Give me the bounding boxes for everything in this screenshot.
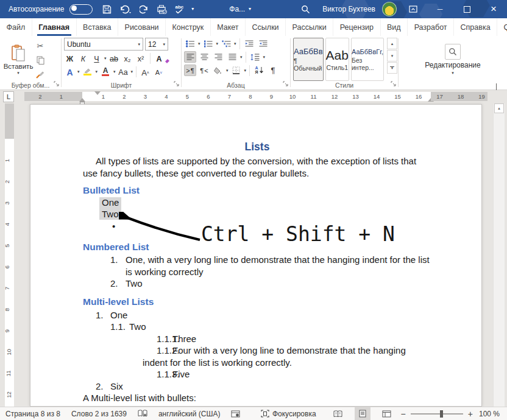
hanging-indent-marker[interactable] bbox=[79, 95, 85, 102]
subscript-button[interactable]: x₂ bbox=[122, 52, 133, 64]
highlight-button[interactable] bbox=[82, 66, 94, 77]
italic-button[interactable]: К bbox=[77, 52, 89, 64]
proofing-errors-button[interactable] bbox=[132, 407, 153, 420]
styles-dialog-launcher[interactable] bbox=[391, 80, 396, 88]
print-layout-button[interactable] bbox=[355, 407, 370, 420]
tab-view[interactable]: Вид bbox=[381, 18, 408, 36]
ruler-number: 10 bbox=[5, 349, 12, 355]
document-page[interactable]: Lists All types of lists are supported b… bbox=[30, 104, 482, 407]
spellcheck-button[interactable]: abc bbox=[175, 5, 183, 13]
sort-button[interactable]: АЯ bbox=[253, 65, 265, 76]
rtl-direction-button[interactable]: ¶< bbox=[198, 65, 210, 76]
find-button[interactable] bbox=[445, 44, 461, 60]
vertical-ruler[interactable]: 123456789101112 bbox=[5, 103, 14, 407]
zoom-slider[interactable] bbox=[411, 413, 463, 415]
zoom-out-button[interactable]: − bbox=[401, 409, 406, 419]
shading-button[interactable] bbox=[212, 65, 224, 76]
zoom-percentage[interactable]: 100 % bbox=[479, 410, 507, 418]
style-card-no-spacing[interactable]: АаБбВвГг, Без интер... bbox=[351, 38, 384, 81]
increase-indent-button[interactable] bbox=[257, 38, 269, 49]
font-dialog-launcher[interactable] bbox=[174, 80, 179, 88]
tab-developer[interactable]: Разработ bbox=[408, 18, 454, 36]
search-button[interactable] bbox=[292, 0, 319, 18]
focus-mode-button[interactable]: Фокусировка bbox=[255, 407, 322, 420]
save-button[interactable] bbox=[102, 5, 112, 14]
clear-formatting-button[interactable]: А bbox=[154, 52, 165, 64]
tab-file[interactable]: Файл bbox=[0, 18, 32, 36]
paste-button[interactable]: Вставить ▾ bbox=[2, 38, 34, 81]
ltr-direction-button[interactable]: >¶ bbox=[184, 65, 196, 76]
multilevel-list-button[interactable] bbox=[220, 38, 232, 49]
font-name-select[interactable]: Ubuntu▾ bbox=[64, 38, 143, 51]
numbering-button[interactable] bbox=[202, 38, 214, 49]
page-indicator[interactable]: Страница 8 из 8 bbox=[0, 407, 66, 420]
tab-mailings[interactable]: Рассылки bbox=[286, 18, 333, 36]
bold-button[interactable]: Ж bbox=[64, 52, 76, 64]
more-commands-icon[interactable]: ▾ bbox=[191, 7, 194, 12]
copy-button[interactable] bbox=[34, 54, 46, 66]
paragraph-dialog-launcher[interactable] bbox=[283, 80, 288, 88]
vertical-scrollbar[interactable]: ▴ bbox=[493, 103, 505, 407]
justify-button[interactable] bbox=[226, 51, 238, 63]
first-line-indent-marker[interactable] bbox=[94, 91, 101, 98]
strikethrough-button[interactable]: ab bbox=[108, 52, 120, 64]
tab-quillbot[interactable]: QuillBot bbox=[497, 18, 507, 36]
decrease-indent-button[interactable] bbox=[243, 38, 255, 49]
align-left-button[interactable] bbox=[184, 51, 196, 63]
user-avatar[interactable] bbox=[379, 0, 400, 18]
format-painter-button[interactable] bbox=[34, 68, 46, 80]
word-count[interactable]: Слово 2 из 1639 bbox=[66, 407, 132, 420]
tab-help[interactable]: Справка bbox=[454, 18, 497, 36]
tab-design[interactable]: Конструк bbox=[166, 18, 211, 36]
macro-record-button[interactable] bbox=[225, 407, 246, 420]
collapse-ribbon-button[interactable] bbox=[496, 84, 501, 87]
document-title[interactable]: Фа... ▾ bbox=[229, 5, 251, 13]
undo-button[interactable] bbox=[119, 5, 132, 14]
underline-options-icon[interactable]: ▾ bbox=[104, 56, 107, 60]
bullets-button[interactable] bbox=[184, 38, 196, 49]
maximize-button[interactable] bbox=[453, 0, 480, 18]
clipboard-dialog-launcher[interactable] bbox=[54, 80, 59, 88]
user-name[interactable]: Виктор Бухтеев bbox=[319, 5, 379, 13]
line-spacing-button[interactable] bbox=[249, 51, 261, 63]
print-button[interactable] bbox=[157, 5, 167, 14]
styles-scroll-down-button[interactable]: ▾ bbox=[387, 50, 397, 61]
borders-button[interactable] bbox=[230, 65, 243, 76]
zoom-slider-thumb[interactable] bbox=[440, 410, 443, 418]
web-layout-button[interactable] bbox=[379, 407, 395, 420]
tab-draw[interactable]: Рисовани bbox=[118, 18, 166, 36]
styles-scroll-up-button[interactable]: ▴ bbox=[387, 38, 397, 49]
minimize-button[interactable]: ─ bbox=[427, 0, 453, 18]
tab-references[interactable]: Ссылки bbox=[246, 18, 286, 36]
font-size-select[interactable]: 12▾ bbox=[145, 38, 168, 51]
tab-home[interactable]: Главная bbox=[32, 18, 77, 36]
read-mode-button[interactable] bbox=[330, 407, 346, 420]
style-card-style1[interactable]: Aab Стиль1 bbox=[325, 38, 349, 81]
close-button[interactable]: × bbox=[480, 0, 507, 18]
redo-button[interactable] bbox=[140, 5, 149, 14]
grow-font-button[interactable]: А˄ bbox=[140, 66, 151, 77]
tab-stop-selector[interactable]: L bbox=[3, 91, 14, 102]
horizontal-ruler[interactable]: 21 12345678910111213141516 171819 bbox=[24, 92, 488, 101]
scroll-up-button[interactable]: ▴ bbox=[494, 103, 504, 113]
shrink-font-button[interactable]: А˅ bbox=[153, 66, 165, 77]
show-formatting-marks-button[interactable]: ¶ bbox=[267, 65, 279, 76]
ribbon-display-options-button[interactable] bbox=[400, 0, 427, 18]
styles-gallery-more-button[interactable]: ▾ bbox=[387, 62, 397, 74]
cut-button[interactable]: ✂ bbox=[34, 40, 46, 52]
font-color-button[interactable]: А bbox=[99, 66, 112, 77]
superscript-button[interactable]: x² bbox=[135, 52, 147, 64]
text-effects-button[interactable]: А bbox=[64, 66, 76, 77]
tab-review[interactable]: Рецензир bbox=[333, 18, 380, 36]
change-case-button[interactable]: Аа bbox=[118, 66, 129, 77]
style-card-normal[interactable]: АаБбВв ¶ Обычный bbox=[293, 38, 324, 81]
language-indicator[interactable]: английский (США) bbox=[153, 407, 225, 420]
tab-layout[interactable]: Макет bbox=[211, 18, 246, 36]
align-center-button[interactable] bbox=[198, 51, 210, 63]
zoom-in-button[interactable]: + bbox=[468, 409, 473, 419]
underline-button[interactable]: Ч bbox=[91, 52, 102, 64]
tab-insert[interactable]: Вставка bbox=[77, 18, 118, 36]
align-right-button[interactable] bbox=[212, 51, 224, 63]
autosave-toggle[interactable] bbox=[69, 4, 93, 15]
editing-group[interactable]: Редактирование ▾ bbox=[399, 36, 507, 89]
